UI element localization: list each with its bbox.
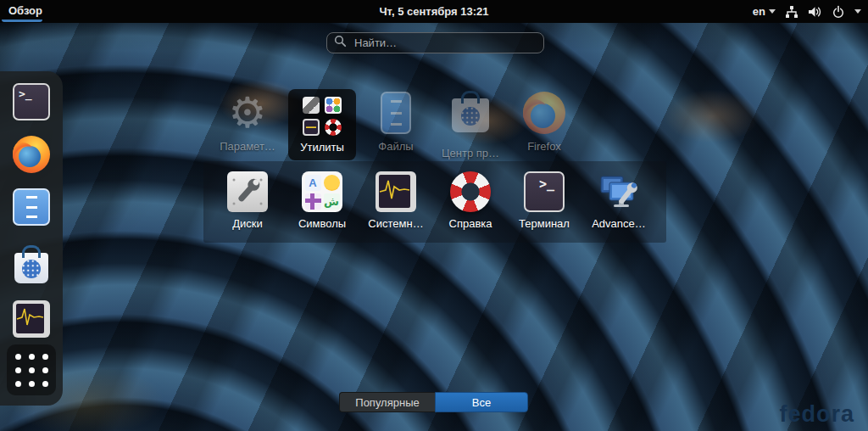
dash-software-button[interactable]	[13, 246, 50, 283]
volume-icon[interactable]	[808, 5, 822, 19]
utilities-folder-panel: Диски A ش Символы Системн…	[203, 161, 666, 243]
software-icon	[449, 98, 492, 141]
advanced-network-icon	[598, 171, 639, 212]
terminal-icon: >_	[13, 83, 50, 120]
arabic-glyph: ش	[324, 193, 340, 210]
firefox-icon	[523, 92, 565, 134]
blue-letter-glyph: A	[305, 175, 321, 191]
help-mini-icon	[325, 119, 342, 136]
disks-icon	[227, 171, 268, 212]
app-folder-utilities-open[interactable]: Утилиты	[288, 89, 356, 160]
system-monitor-icon	[376, 171, 416, 212]
settings-gear-icon: ⚙	[226, 92, 269, 134]
all-apps-label: Все	[472, 396, 491, 409]
app-tile-files[interactable]: Файлы	[359, 92, 433, 153]
app-tile-disks[interactable]: Диски	[210, 171, 285, 230]
dash-files-button[interactable]	[13, 188, 50, 226]
app-label: Символы	[285, 217, 359, 230]
firefox-icon	[13, 136, 50, 173]
app-tile-firefox[interactable]: Firefox	[507, 92, 581, 153]
app-label: Справка	[433, 217, 508, 230]
app-tile-settings[interactable]: ⚙ Парамет…	[210, 92, 285, 153]
characters-icon: A ش	[302, 171, 342, 212]
dash-firefox-button[interactable]	[13, 136, 50, 173]
app-label: Парамет…	[210, 140, 285, 153]
smiley-glyph	[324, 175, 340, 191]
search-input[interactable]	[353, 36, 537, 50]
files-icon	[13, 188, 50, 226]
files-icon	[381, 92, 411, 134]
app-tile-characters[interactable]: A ش Символы	[285, 171, 359, 230]
app-grid-filter-toggle: Популярные Все	[339, 392, 528, 412]
app-tile-terminal[interactable]: >_ Терминал	[507, 171, 581, 230]
clock[interactable]: Чт, 5 сентября 13:21	[0, 0, 868, 23]
keyboard-layout-label: en	[753, 5, 765, 18]
app-label: Файлы	[359, 140, 433, 153]
app-label: Диски	[210, 217, 285, 230]
folder-label: Утилиты	[288, 141, 356, 154]
system-monitor-icon	[13, 300, 50, 338]
characters-mini-icon	[325, 97, 342, 114]
app-tile-software[interactable]: Центр пр…	[433, 92, 508, 160]
disks-mini-icon	[303, 97, 320, 114]
terminal-icon: >_	[524, 171, 565, 212]
fedora-logo: fedora	[779, 401, 854, 428]
show-applications-button[interactable]	[7, 344, 56, 395]
all-apps-button[interactable]: Все	[435, 392, 528, 412]
app-label: Firefox	[507, 140, 581, 153]
dash-system-monitor-button[interactable]	[13, 300, 50, 338]
software-icon	[14, 253, 48, 283]
gnome-overview-screen: Обзор Чт, 5 сентября 13:21 en	[0, 0, 868, 431]
power-icon[interactable]	[832, 5, 845, 19]
app-tile-system-monitor[interactable]: Системн…	[359, 171, 433, 230]
app-tile-help[interactable]: Справка	[433, 171, 508, 230]
dash: >_	[0, 71, 63, 406]
keyboard-layout-button[interactable]: en	[753, 5, 776, 18]
app-label: Системн…	[359, 217, 433, 230]
app-label: Терминал	[507, 217, 581, 230]
status-area: en	[753, 0, 861, 23]
apps-grid-icon	[15, 354, 48, 387]
dash-terminal-button[interactable]: >_	[13, 83, 50, 120]
help-lifebuoy-icon	[450, 171, 491, 212]
app-tile-advanced-network[interactable]: Advance…	[581, 171, 656, 230]
top-bar: Обзор Чт, 5 сентября 13:21 en	[0, 0, 868, 23]
system-monitor-mini-icon	[303, 119, 320, 136]
frequent-apps-label: Популярные	[355, 396, 419, 409]
purple-cross-glyph	[305, 193, 321, 210]
search-icon	[334, 35, 347, 51]
app-label: Центр пр…	[433, 147, 508, 160]
frequent-apps-button[interactable]: Популярные	[339, 392, 435, 412]
search-bar[interactable]	[326, 32, 544, 53]
chevron-down-icon	[769, 9, 776, 14]
app-label: Advance…	[581, 217, 656, 230]
system-menu-chevron-icon[interactable]	[854, 9, 861, 14]
utilities-folder-preview	[288, 89, 356, 136]
network-wired-icon[interactable]	[785, 5, 798, 19]
